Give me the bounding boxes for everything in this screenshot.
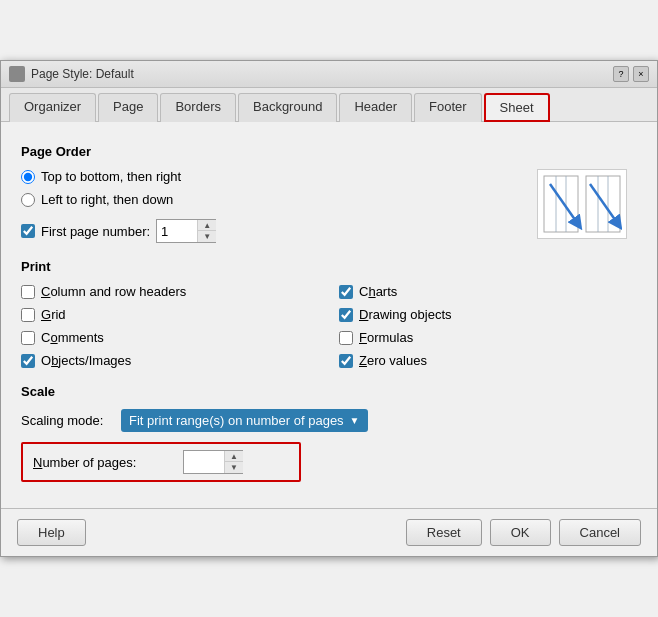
help-title-btn[interactable]: ? bbox=[613, 66, 629, 82]
checkbox-grid[interactable] bbox=[21, 308, 35, 322]
radio-row-left-right: Left to right, then down bbox=[21, 192, 216, 207]
footer-right: Reset OK Cancel bbox=[406, 519, 641, 546]
print-col1: Column and row headers Grid Comments Obj… bbox=[21, 284, 319, 368]
scaling-mode-label: Scaling mode: bbox=[21, 413, 111, 428]
number-of-pages-spinbox[interactable]: 1 ▲ ▼ bbox=[183, 450, 243, 474]
dialog-window: Page Style: Default ? × Organizer Page B… bbox=[0, 60, 658, 557]
window-title: Page Style: Default bbox=[31, 67, 134, 81]
label-comments: Comments bbox=[41, 330, 104, 345]
first-page-arrows: ▲ ▼ bbox=[197, 220, 216, 242]
page-order-options: Top to bottom, then right Left to right,… bbox=[21, 169, 216, 243]
page-order-title: Page Order bbox=[21, 144, 637, 159]
label-col-row-headers: Column and row headers bbox=[41, 284, 186, 299]
tab-organizer[interactable]: Organizer bbox=[9, 93, 96, 122]
first-page-checkbox[interactable] bbox=[21, 224, 35, 238]
title-bar-left: Page Style: Default bbox=[9, 66, 134, 82]
check-row-comments: Comments bbox=[21, 330, 319, 345]
label-zero-values: Zero values bbox=[359, 353, 427, 368]
label-charts: Charts bbox=[359, 284, 397, 299]
dropdown-arrow-icon: ▼ bbox=[350, 415, 360, 426]
first-page-row: First page number: 1 ▲ ▼ bbox=[21, 219, 216, 243]
check-row-charts: Charts bbox=[339, 284, 637, 299]
radio-left-right[interactable] bbox=[21, 193, 35, 207]
label-grid: Grid bbox=[41, 307, 66, 322]
tab-borders[interactable]: Borders bbox=[160, 93, 236, 122]
radio-top-bottom-label: Top to bottom, then right bbox=[41, 169, 181, 184]
number-of-pages-label: Number of pages: bbox=[33, 455, 173, 470]
tab-sheet[interactable]: Sheet bbox=[484, 93, 550, 122]
scaling-mode-row: Scaling mode: Fit print range(s) on numb… bbox=[21, 409, 637, 432]
reset-button[interactable]: Reset bbox=[406, 519, 482, 546]
pages-spin-up-arrow[interactable]: ▲ bbox=[225, 451, 243, 462]
check-row-drawing-objects: Drawing objects bbox=[339, 307, 637, 322]
page-order-content: Top to bottom, then right Left to right,… bbox=[21, 169, 637, 243]
tab-footer[interactable]: Footer bbox=[414, 93, 482, 122]
tab-header[interactable]: Header bbox=[339, 93, 412, 122]
print-title: Print bbox=[21, 259, 637, 274]
scale-title: Scale bbox=[21, 384, 637, 399]
spin-down-arrow[interactable]: ▼ bbox=[198, 231, 216, 242]
footer-bar: Help Reset OK Cancel bbox=[1, 508, 657, 556]
tab-content: Page Order Top to bottom, then right Lef… bbox=[1, 122, 657, 508]
scale-section: Scale Scaling mode: Fit print range(s) o… bbox=[21, 384, 637, 482]
first-page-label: First page number: bbox=[41, 224, 150, 239]
title-bar: Page Style: Default ? × bbox=[1, 61, 657, 88]
checkbox-zero-values[interactable] bbox=[339, 354, 353, 368]
checkbox-objects-images[interactable] bbox=[21, 354, 35, 368]
print-col2: Charts Drawing objects Formulas Zero val… bbox=[339, 284, 637, 368]
page-order-preview bbox=[537, 169, 627, 239]
pages-spin-down-arrow[interactable]: ▼ bbox=[225, 462, 243, 473]
preview-svg bbox=[542, 174, 622, 234]
label-formulas: Formulas bbox=[359, 330, 413, 345]
number-of-pages-row: Number of pages: 1 ▲ ▼ bbox=[21, 442, 301, 482]
scaling-mode-value: Fit print range(s) on number of pages bbox=[129, 413, 344, 428]
print-section: Print Column and row headers Grid Commen… bbox=[21, 259, 637, 368]
radio-left-right-label: Left to right, then down bbox=[41, 192, 173, 207]
scaling-mode-dropdown[interactable]: Fit print range(s) on number of pages ▼ bbox=[121, 409, 368, 432]
tab-background[interactable]: Background bbox=[238, 93, 337, 122]
title-controls: ? × bbox=[613, 66, 649, 82]
spin-up-arrow[interactable]: ▲ bbox=[198, 220, 216, 231]
label-objects-images: Objects/Images bbox=[41, 353, 131, 368]
checkbox-drawing-objects[interactable] bbox=[339, 308, 353, 322]
footer-left: Help bbox=[17, 519, 86, 546]
tab-page[interactable]: Page bbox=[98, 93, 158, 122]
cancel-button[interactable]: Cancel bbox=[559, 519, 641, 546]
close-title-btn[interactable]: × bbox=[633, 66, 649, 82]
tabs-bar: Organizer Page Borders Background Header… bbox=[1, 88, 657, 122]
first-page-input[interactable]: 1 bbox=[157, 222, 197, 241]
radio-top-bottom[interactable] bbox=[21, 170, 35, 184]
number-of-pages-input[interactable]: 1 bbox=[184, 453, 224, 472]
number-of-pages-arrows: ▲ ▼ bbox=[224, 451, 243, 473]
check-row-grid: Grid bbox=[21, 307, 319, 322]
check-row-formulas: Formulas bbox=[339, 330, 637, 345]
print-grid: Column and row headers Grid Comments Obj… bbox=[21, 284, 637, 368]
check-row-zero-values: Zero values bbox=[339, 353, 637, 368]
checkbox-charts[interactable] bbox=[339, 285, 353, 299]
ok-button[interactable]: OK bbox=[490, 519, 551, 546]
app-icon bbox=[9, 66, 25, 82]
page-order-section: Page Order Top to bottom, then right Lef… bbox=[21, 144, 637, 243]
checkbox-comments[interactable] bbox=[21, 331, 35, 345]
check-row-objects-images: Objects/Images bbox=[21, 353, 319, 368]
svg-rect-0 bbox=[544, 176, 578, 232]
checkbox-col-row-headers[interactable] bbox=[21, 285, 35, 299]
check-row-col-row-headers: Column and row headers bbox=[21, 284, 319, 299]
help-button[interactable]: Help bbox=[17, 519, 86, 546]
first-page-spinbox[interactable]: 1 ▲ ▼ bbox=[156, 219, 216, 243]
label-drawing-objects: Drawing objects bbox=[359, 307, 452, 322]
radio-row-top-bottom: Top to bottom, then right bbox=[21, 169, 216, 184]
checkbox-formulas[interactable] bbox=[339, 331, 353, 345]
